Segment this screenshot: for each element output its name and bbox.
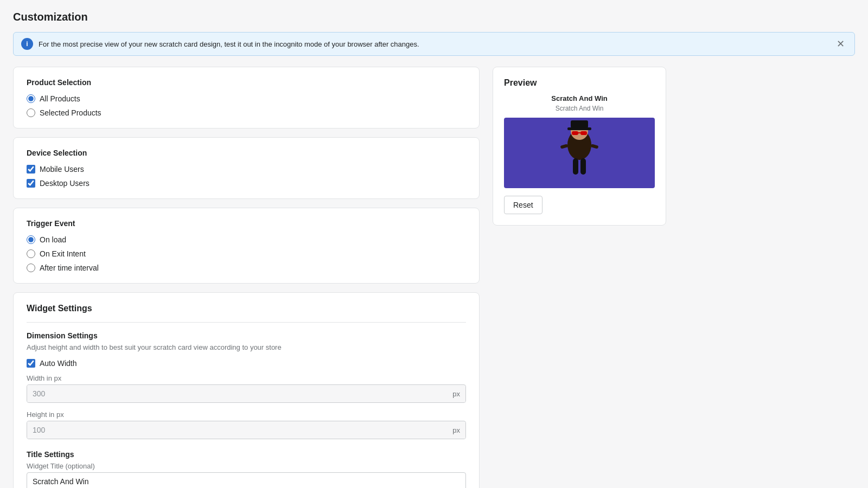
all-products-radio[interactable] — [27, 94, 35, 103]
product-selection-title: Product Selection — [27, 78, 466, 87]
preview-title: Preview — [504, 78, 655, 88]
svg-rect-8 — [590, 144, 598, 149]
left-panel: Product Selection All Products Selected … — [13, 67, 480, 488]
device-selection-group: Mobile Users Desktop Users — [27, 165, 466, 188]
mobile-users-checkbox-item[interactable]: Mobile Users — [27, 165, 466, 174]
banner-text: For the most precise view of your new sc… — [39, 40, 829, 48]
widget-title-input[interactable] — [27, 472, 466, 488]
mobile-users-checkbox[interactable] — [27, 165, 35, 174]
device-selection-section: Device Selection Mobile Users Desktop Us… — [13, 137, 480, 199]
preview-card-subtitle: Scratch And Win — [504, 105, 655, 112]
svg-rect-7 — [560, 144, 568, 149]
on-load-label: On load — [40, 235, 66, 244]
svg-rect-4 — [572, 131, 578, 135]
after-interval-radio-item[interactable]: After time interval — [27, 264, 466, 272]
on-exit-radio[interactable] — [27, 249, 35, 258]
dimension-settings: Dimension Settings Adjust height and wid… — [27, 331, 466, 439]
on-load-radio[interactable] — [27, 235, 35, 244]
page-title: Customization — [13, 11, 855, 23]
title-settings-heading: Title Settings — [27, 450, 466, 459]
device-selection-title: Device Selection — [27, 149, 466, 157]
trigger-event-section: Trigger Event On load On Exit Intent Aft… — [13, 208, 480, 284]
after-interval-label: After time interval — [40, 264, 99, 272]
trigger-event-group: On load On Exit Intent After time interv… — [27, 235, 466, 272]
width-input[interactable] — [27, 385, 447, 402]
reset-button[interactable]: Reset — [504, 196, 542, 214]
height-input-container: px — [27, 421, 466, 439]
auto-width-checkbox[interactable] — [27, 359, 35, 368]
all-products-radio-item[interactable]: All Products — [27, 94, 466, 103]
svg-rect-3 — [571, 120, 588, 128]
preview-card-title: Scratch And Win — [504, 94, 655, 102]
desktop-users-checkbox-item[interactable]: Desktop Users — [27, 179, 466, 188]
on-exit-radio-item[interactable]: On Exit Intent — [27, 249, 466, 258]
product-selection-section: Product Selection All Products Selected … — [13, 67, 480, 129]
width-suffix: px — [447, 386, 465, 402]
desktop-users-label: Desktop Users — [40, 179, 90, 188]
width-input-container: px — [27, 384, 466, 403]
preview-character-svg — [552, 120, 607, 185]
width-label: Width in px — [27, 374, 466, 382]
info-icon: i — [21, 38, 33, 50]
height-label: Height in px — [27, 410, 466, 419]
after-interval-radio[interactable] — [27, 264, 35, 272]
auto-width-row: Auto Width — [27, 359, 466, 368]
on-load-radio-item[interactable]: On load — [27, 235, 466, 244]
svg-rect-10 — [580, 158, 586, 175]
widget-title-label: Widget Title (optional) — [27, 462, 466, 470]
selected-products-radio-item[interactable]: Selected Products — [27, 108, 466, 117]
widget-title-field-group: Widget Title (optional) — [27, 462, 466, 488]
widget-settings-section: Widget Settings Dimension Settings Adjus… — [13, 292, 480, 488]
dimension-description: Adjust height and width to best suit you… — [27, 343, 466, 351]
close-banner-button[interactable]: ✕ — [834, 38, 847, 50]
title-settings: Title Settings Widget Title (optional) T… — [27, 450, 466, 488]
selected-products-radio[interactable] — [27, 108, 35, 117]
trigger-event-title: Trigger Event — [27, 219, 466, 228]
all-products-label: All Products — [40, 94, 80, 103]
on-exit-label: On Exit Intent — [40, 249, 86, 258]
info-banner: i For the most precise view of your new … — [13, 32, 855, 56]
height-suffix: px — [447, 422, 465, 439]
desktop-users-checkbox[interactable] — [27, 179, 35, 188]
mobile-users-label: Mobile Users — [40, 165, 84, 174]
product-selection-group: All Products Selected Products — [27, 94, 466, 117]
selected-products-label: Selected Products — [40, 108, 101, 117]
height-input[interactable] — [27, 421, 447, 439]
height-field-group: Height in px px — [27, 410, 466, 439]
dimension-title: Dimension Settings — [27, 331, 466, 340]
svg-rect-9 — [573, 158, 578, 175]
widget-settings-title: Widget Settings — [27, 304, 466, 313]
divider — [27, 322, 466, 323]
preview-image — [504, 118, 655, 188]
right-panel: Preview Scratch And Win Scratch And Win — [493, 67, 666, 226]
svg-rect-5 — [580, 131, 587, 135]
preview-card: Preview Scratch And Win Scratch And Win — [493, 67, 666, 226]
width-field-group: Width in px px — [27, 374, 466, 403]
auto-width-label: Auto Width — [40, 359, 76, 368]
